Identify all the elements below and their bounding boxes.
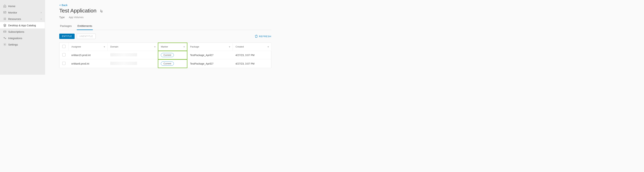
checkbox[interactable]	[62, 45, 66, 48]
checkbox[interactable]	[62, 62, 66, 65]
entitle-button[interactable]: ENTITLE	[59, 34, 74, 39]
table-header-domain[interactable]: Domain ▼	[108, 43, 158, 51]
marker-pill: Current	[161, 53, 174, 57]
grid-icon	[3, 17, 6, 20]
page-title: Test Application	[59, 8, 271, 14]
sidebar-item-integrations[interactable]: Integrations	[0, 35, 45, 41]
cell-assignee: orititan8.prod.int	[68, 59, 108, 68]
table-row[interactable]: orititan8.prod.int Current TestPackage_A…	[60, 59, 271, 68]
svg-point-4	[4, 19, 4, 19]
table-header-checkbox[interactable]	[60, 43, 68, 51]
entitlements-table: Assignee ▼ Domain ▼ Marker ▼ Package ▼ C…	[59, 43, 271, 68]
col-label: Package	[190, 45, 199, 48]
redacted-value	[110, 62, 137, 65]
sidebar-item-label: Resources	[8, 17, 21, 20]
main-content: < Back Test Application Type App Volumes…	[45, 0, 278, 75]
refresh-button[interactable]: REFRESH	[255, 35, 271, 38]
col-label: Marker	[161, 45, 168, 48]
sidebar-item-home[interactable]: Home	[0, 3, 45, 9]
redacted-value	[110, 53, 137, 56]
sidebar-item-settings[interactable]: Settings	[0, 41, 45, 48]
refresh-icon	[255, 35, 258, 38]
table-header-package[interactable]: Package ▼	[187, 43, 232, 51]
sidebar-item-desktop-app-catalog[interactable]: Desktop & App Catalog	[0, 22, 45, 28]
filter-icon[interactable]: ▼	[154, 45, 156, 48]
layers-icon	[3, 24, 6, 27]
svg-point-9	[6, 19, 6, 20]
cell-created: 4/27/23, 3:07 PM	[232, 51, 271, 59]
svg-point-12	[5, 38, 6, 39]
cell-created: 4/27/23, 3:07 PM	[232, 59, 271, 68]
table-header-marker[interactable]: Marker ▼	[158, 43, 187, 51]
sidebar-item-label: Subscriptions	[8, 30, 24, 33]
table-header-created[interactable]: Created ▼	[232, 43, 271, 51]
tabs: Packages Entitlements	[59, 23, 271, 30]
home-icon	[3, 4, 6, 8]
sidebar-item-resources[interactable]: Resources ›	[0, 16, 45, 22]
chevron-right-icon: ›	[41, 17, 42, 20]
meta-row: Type App Volumes	[59, 16, 271, 19]
col-label: Domain	[110, 45, 118, 48]
svg-point-7	[4, 19, 4, 20]
type-value: App Volumes	[69, 16, 84, 19]
svg-point-3	[6, 18, 6, 18]
filter-icon[interactable]: ▼	[228, 45, 231, 48]
svg-point-1	[4, 18, 4, 18]
cell-marker: Current	[158, 51, 187, 59]
table-row[interactable]: orititan15.prod.int Current TestPackage_…	[60, 51, 271, 59]
sidebar-item-label: Settings	[8, 43, 18, 46]
sidebar-item-label: Integrations	[8, 37, 22, 40]
col-label: Assignee	[72, 45, 81, 48]
svg-point-6	[6, 19, 6, 19]
cell-domain	[108, 59, 158, 68]
refresh-label: REFRESH	[259, 35, 271, 38]
table-header-assignee[interactable]: Assignee ▼	[68, 43, 108, 51]
checkbox[interactable]	[62, 53, 66, 56]
sidebar-item-label: Monitor	[8, 11, 17, 14]
svg-point-5	[5, 19, 5, 19]
card-icon	[3, 30, 6, 33]
sidebar-item-label: Desktop & App Catalog	[8, 24, 36, 27]
tab-packages[interactable]: Packages	[59, 23, 72, 30]
svg-rect-10	[4, 31, 6, 33]
tab-entitlements[interactable]: Entitlements	[77, 23, 93, 30]
unentitle-button[interactable]: UNENTITLE	[77, 34, 96, 39]
integrations-icon	[3, 36, 6, 40]
sidebar-item-label: Home	[8, 5, 15, 8]
cell-package: TestPackage_April27	[187, 51, 232, 59]
cell-marker: Current	[158, 59, 187, 68]
gear-icon	[3, 43, 6, 46]
col-label: Created	[236, 45, 244, 48]
actions-row: ENTITLE UNENTITLE REFRESH	[59, 34, 271, 39]
svg-point-8	[5, 19, 5, 20]
svg-point-11	[4, 37, 5, 38]
filter-icon[interactable]: ▼	[267, 45, 269, 48]
chart-icon	[3, 11, 6, 14]
svg-point-13	[4, 44, 5, 45]
filter-icon[interactable]: ▼	[183, 45, 185, 48]
chevron-right-icon: ›	[41, 11, 42, 14]
sidebar-item-subscriptions[interactable]: Subscriptions	[0, 28, 45, 35]
cell-domain	[108, 51, 158, 59]
filter-icon[interactable]: ▼	[103, 45, 106, 48]
sidebar-item-monitor[interactable]: Monitor ›	[0, 9, 45, 16]
back-link[interactable]: < Back	[59, 3, 68, 6]
marker-pill: Current	[161, 62, 174, 66]
cell-package: TestPackage_April27	[187, 59, 232, 68]
sidebar: Home Monitor › Resources › Desktop & App…	[0, 0, 45, 75]
table-header-row: Assignee ▼ Domain ▼ Marker ▼ Package ▼ C…	[60, 43, 271, 51]
type-label: Type	[59, 16, 64, 19]
svg-point-2	[5, 18, 5, 18]
cell-assignee: orititan15.prod.int	[68, 51, 108, 59]
